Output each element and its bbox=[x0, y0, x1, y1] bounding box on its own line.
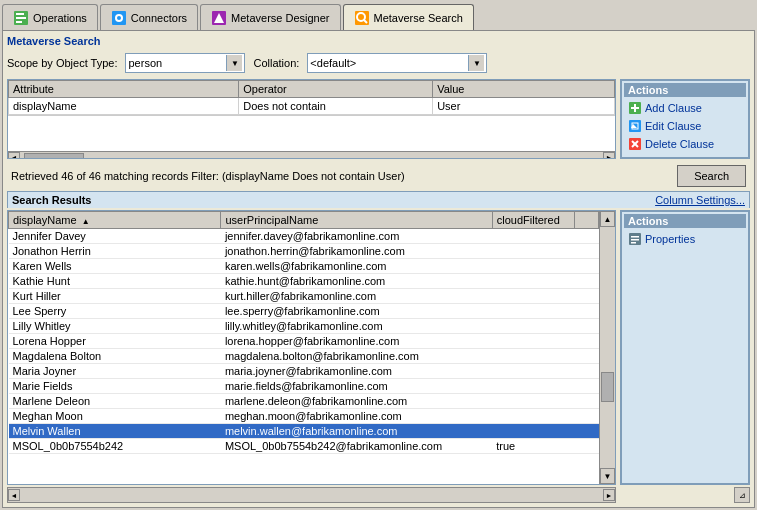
table-row[interactable]: Jonathon Herrinjonathon.herrin@fabrikamo… bbox=[9, 244, 599, 259]
column-settings-link[interactable]: Column Settings... bbox=[655, 194, 745, 206]
sort-arrow-icon: ▲ bbox=[82, 217, 90, 226]
search-button[interactable]: Search bbox=[677, 165, 746, 187]
scroll-down-btn[interactable]: ▼ bbox=[600, 468, 615, 484]
collation-dropdown[interactable]: <default> ▼ bbox=[307, 53, 487, 73]
collation-arrow[interactable]: ▼ bbox=[468, 55, 484, 71]
tab-metaverse-designer-label: Metaverse Designer bbox=[231, 12, 329, 24]
filter-row[interactable]: displayName Does not contain User bbox=[9, 98, 615, 115]
results-vscrollbar[interactable]: ▲ ▼ bbox=[599, 211, 615, 484]
cell-userprincipalname: melvin.wallen@fabrikamonline.com bbox=[221, 424, 492, 439]
cell-display-name: Magdalena Bolton bbox=[9, 349, 221, 364]
cell-userprincipalname: marlene.deleon@fabrikamonline.com bbox=[221, 394, 492, 409]
cell-extra bbox=[575, 439, 599, 454]
tab-metaverse-designer[interactable]: Metaverse Designer bbox=[200, 4, 340, 30]
resize-corner[interactable]: ⊿ bbox=[734, 487, 750, 503]
table-row[interactable]: Marlene Deleonmarlene.deleon@fabrikamonl… bbox=[9, 394, 599, 409]
table-row[interactable]: MSOL_0b0b7554b242MSOL_0b0b7554b242@fabri… bbox=[9, 439, 599, 454]
scroll-thumb[interactable] bbox=[24, 153, 84, 160]
bottom-area: ◄ ► ⊿ bbox=[7, 487, 750, 503]
svg-rect-22 bbox=[631, 239, 639, 241]
cell-cloudfiltered bbox=[492, 364, 575, 379]
hscroll-right[interactable]: ► bbox=[603, 489, 615, 501]
cell-cloudfiltered bbox=[492, 229, 575, 244]
cell-userprincipalname: lee.sperry@fabrikamonline.com bbox=[221, 304, 492, 319]
metaverse-search-icon bbox=[354, 10, 370, 26]
cell-userprincipalname: marie.fields@fabrikamonline.com bbox=[221, 379, 492, 394]
delete-clause-label: Delete Clause bbox=[645, 138, 714, 150]
cell-display-name: Lee Sperry bbox=[9, 304, 221, 319]
cell-display-name: Lorena Hopper bbox=[9, 334, 221, 349]
cell-userprincipalname: lorena.hopper@fabrikamonline.com bbox=[221, 334, 492, 349]
cell-userprincipalname: MSOL_0b0b7554b242@fabrikamonline.com bbox=[221, 439, 492, 454]
object-type-dropdown[interactable]: person ▼ bbox=[125, 53, 245, 73]
cell-userprincipalname: kathie.hunt@fabrikamonline.com bbox=[221, 274, 492, 289]
object-type-value: person bbox=[128, 57, 162, 69]
table-row[interactable]: Lee Sperrylee.sperry@fabrikamonline.com bbox=[9, 304, 599, 319]
add-clause-button[interactable]: Add Clause bbox=[624, 99, 746, 117]
object-type-arrow[interactable]: ▼ bbox=[226, 55, 242, 71]
table-row[interactable]: Lorena Hopperlorena.hopper@fabrikamonlin… bbox=[9, 334, 599, 349]
col-cloudfiltered[interactable]: cloudFiltered bbox=[492, 212, 575, 229]
col-userprincipalname[interactable]: userPrincipalName bbox=[221, 212, 492, 229]
tab-connectors-label: Connectors bbox=[131, 12, 187, 24]
cell-userprincipalname: lilly.whitley@fabrikamonline.com bbox=[221, 319, 492, 334]
edit-clause-button[interactable]: Edit Clause bbox=[624, 117, 746, 135]
collation-label: Collation: bbox=[253, 57, 299, 69]
cell-extra bbox=[575, 409, 599, 424]
table-row[interactable]: Marie Fieldsmarie.fields@fabrikamonline.… bbox=[9, 379, 599, 394]
table-row[interactable]: Magdalena Boltonmagdalena.bolton@fabrika… bbox=[9, 349, 599, 364]
add-clause-label: Add Clause bbox=[645, 102, 702, 114]
actions-bottom-title: Actions bbox=[624, 214, 746, 228]
tab-operations[interactable]: Operations bbox=[2, 4, 98, 30]
properties-button[interactable]: Properties bbox=[624, 230, 746, 248]
tab-metaverse-search-label: Metaverse Search bbox=[374, 12, 463, 24]
scroll-right-arrow[interactable]: ► bbox=[603, 152, 615, 160]
cell-display-name: Lilly Whitley bbox=[9, 319, 221, 334]
scroll-up-btn[interactable]: ▲ bbox=[600, 211, 615, 227]
table-row[interactable]: Kurt Hillerkurt.hiller@fabrikamonline.co… bbox=[9, 289, 599, 304]
scroll-track[interactable] bbox=[600, 227, 615, 468]
cell-cloudfiltered bbox=[492, 289, 575, 304]
hscroll-left[interactable]: ◄ bbox=[8, 489, 20, 501]
filter-area: Attribute Operator Value displayName Doe… bbox=[7, 79, 750, 159]
svg-rect-21 bbox=[631, 236, 639, 238]
scroll-thumb-v[interactable] bbox=[601, 372, 614, 402]
cell-extra bbox=[575, 334, 599, 349]
cell-cloudfiltered: true bbox=[492, 439, 575, 454]
operations-icon bbox=[13, 10, 29, 26]
svg-point-6 bbox=[117, 16, 121, 20]
cell-userprincipalname: kurt.hiller@fabrikamonline.com bbox=[221, 289, 492, 304]
cell-display-name: Kathie Hunt bbox=[9, 274, 221, 289]
cell-display-name: Marlene Deleon bbox=[9, 394, 221, 409]
cell-cloudfiltered bbox=[492, 259, 575, 274]
edit-clause-label: Edit Clause bbox=[645, 120, 701, 132]
table-row[interactable]: Kathie Huntkathie.hunt@fabrikamonline.co… bbox=[9, 274, 599, 289]
tab-metaverse-search[interactable]: Metaverse Search bbox=[343, 4, 474, 30]
tab-connectors[interactable]: Connectors bbox=[100, 4, 198, 30]
filter-hscrollbar[interactable]: ◄ ► bbox=[8, 151, 615, 159]
scope-label: Scope by Object Type: bbox=[7, 57, 117, 69]
table-row[interactable]: Lilly Whitleylilly.whitley@fabrikamonlin… bbox=[9, 319, 599, 334]
table-row[interactable]: Melvin Wallenmelvin.wallen@fabrikamonlin… bbox=[9, 424, 599, 439]
table-row[interactable]: Maria Joynermaria.joyner@fabrikamonline.… bbox=[9, 364, 599, 379]
table-row[interactable]: Meghan Moonmeghan.moon@fabrikamonline.co… bbox=[9, 409, 599, 424]
cell-extra bbox=[575, 364, 599, 379]
table-row[interactable]: Jennifer Daveyjennifer.davey@fabrikamonl… bbox=[9, 229, 599, 244]
actions-top-panel: Actions Add Clause Edit Clause bbox=[620, 79, 750, 159]
col-display-name[interactable]: displayName ▲ bbox=[9, 212, 221, 229]
results-table-wrapper[interactable]: displayName ▲ userPrincipalName cloudFil… bbox=[8, 211, 599, 484]
results-table: displayName ▲ userPrincipalName cloudFil… bbox=[8, 211, 599, 454]
cell-display-name: Jonathon Herrin bbox=[9, 244, 221, 259]
cell-display-name: Jennifer Davey bbox=[9, 229, 221, 244]
results-table-container: displayName ▲ userPrincipalName cloudFil… bbox=[7, 210, 616, 485]
section-title: Metaverse Search bbox=[7, 35, 750, 47]
table-row[interactable]: Karen Wellskaren.wells@fabrikamonline.co… bbox=[9, 259, 599, 274]
cell-display-name: Meghan Moon bbox=[9, 409, 221, 424]
filter-value: User bbox=[433, 98, 615, 115]
scroll-left-arrow[interactable]: ◄ bbox=[8, 152, 20, 160]
cell-userprincipalname: jonathon.herrin@fabrikamonline.com bbox=[221, 244, 492, 259]
h-scrollbar[interactable]: ◄ ► bbox=[7, 487, 616, 503]
tab-bar: Operations Connectors Metaverse Designer… bbox=[0, 0, 757, 30]
cell-extra bbox=[575, 289, 599, 304]
delete-clause-button[interactable]: Delete Clause bbox=[624, 135, 746, 153]
